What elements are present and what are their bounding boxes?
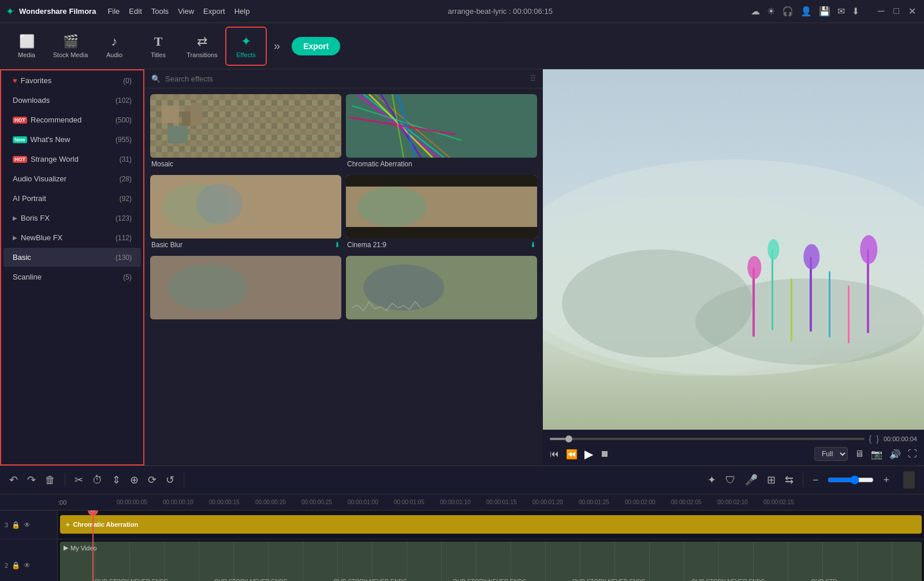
sidebar-item-audio-visualizer[interactable]: Audio Visualizer (28): [3, 169, 141, 188]
trim-button[interactable]: ⏱: [92, 474, 103, 486]
screen-icon[interactable]: 🖥: [855, 449, 864, 459]
ruler-mark: 00:00:01:15: [485, 499, 531, 505]
menu-edit[interactable]: Edit: [129, 7, 141, 16]
close-button[interactable]: ✕: [906, 6, 918, 17]
toolbar-stock-media[interactable]: 🎬 Stock Media: [50, 27, 91, 66]
step-back-button[interactable]: ⏪: [566, 449, 578, 460]
download-icon-blur[interactable]: ⬇: [334, 241, 340, 249]
effect-item-basic-blur[interactable]: Basic Blur ⬇: [150, 175, 341, 251]
ruler-mark: 00:00:02:10: [716, 499, 762, 505]
toolbar-audio[interactable]: ♪ Audio: [94, 27, 135, 66]
effects-settings-icon[interactable]: ✦: [707, 474, 716, 486]
download-icon[interactable]: ⬇: [852, 6, 859, 17]
grid-view-icon[interactable]: ⠿: [530, 74, 536, 83]
sidebar-item-favorites[interactable]: ♥ Favorites (0): [3, 71, 141, 90]
timeline-tracks: 3 🔒 👁 + Chromatic Aberration 2 🔒 👁: [0, 511, 924, 581]
screenshot-icon[interactable]: 📷: [871, 449, 882, 460]
delete-button[interactable]: 🗑: [45, 474, 55, 486]
sidebar-item-scanline[interactable]: Scanline (5): [3, 267, 141, 286]
split-button[interactable]: ⇕: [112, 474, 121, 486]
svg-point-32: [363, 265, 444, 311]
menu-tools[interactable]: Tools: [151, 7, 169, 16]
skip-back-button[interactable]: ⏮: [550, 449, 559, 459]
toolbar-more[interactable]: »: [274, 39, 280, 53]
mask-icon[interactable]: 🛡: [725, 474, 736, 486]
app-logo: ✦: [6, 5, 14, 18]
loop-icon[interactable]: ⇆: [785, 474, 793, 486]
redo-button[interactable]: ↷: [27, 474, 36, 486]
eye-icon-2[interactable]: 👁: [24, 561, 31, 569]
ruler-mark: 00:00:02:00: [624, 499, 670, 505]
video-track-bar[interactable]: ▶ My Video OUR STORY NEVER ENDS OUR STOR…: [60, 542, 922, 581]
sidebar-item-basic[interactable]: Basic (130): [3, 248, 141, 267]
zoom-in-icon[interactable]: +: [883, 474, 889, 486]
svg-point-26: [357, 187, 427, 227]
ruler-mark: 00:00:00:10: [162, 499, 208, 505]
save-icon[interactable]: 💾: [819, 6, 830, 17]
ruler-mark: 00:00:01:00: [346, 499, 393, 505]
stop-button[interactable]: ⏹: [600, 449, 609, 459]
sidebar-item-boris-fx[interactable]: ▶ Boris FX (123): [3, 208, 141, 228]
user-icon[interactable]: 👤: [800, 6, 812, 17]
notification-icon[interactable]: ✉: [837, 6, 845, 17]
sidebar-item-ai-portrait[interactable]: AI Portrait (92): [3, 189, 141, 208]
progress-handle[interactable]: [565, 435, 572, 442]
transitions-icon: ⇄: [197, 34, 207, 49]
layout-icon[interactable]: ⊞: [767, 474, 776, 486]
volume-icon[interactable]: 🔊: [889, 449, 901, 460]
toolbar-transitions[interactable]: ⇄ Transitions: [181, 27, 223, 66]
zoom-out-icon[interactable]: −: [813, 474, 819, 486]
toolbar-titles[interactable]: T Titles: [137, 27, 179, 66]
menu-export[interactable]: Export: [203, 7, 225, 16]
export-button[interactable]: Export: [292, 37, 340, 55]
sidebar-item-downloads[interactable]: Downloads (102): [3, 91, 141, 110]
cloud-icon[interactable]: ☁: [751, 6, 760, 17]
sidebar-item-recommended[interactable]: HOT Recommended (500): [3, 110, 141, 129]
effect-track-bar[interactable]: + Chromatic Aberration: [60, 515, 922, 534]
effect-item-6[interactable]: [346, 256, 537, 324]
maximize-button[interactable]: □: [891, 6, 901, 17]
lyric-2: OUR STORY NEVER ENDS: [214, 579, 288, 581]
timeline-handle: [903, 471, 915, 489]
lock-icon-3[interactable]: 🔒: [12, 521, 20, 529]
crop-button[interactable]: ⊕: [130, 474, 139, 486]
sidebar-item-newblue-fx[interactable]: ▶ NewBlue FX (112): [3, 228, 141, 247]
fullscreen-icon[interactable]: ⛶: [908, 449, 917, 459]
toolbar-effects[interactable]: ✦ Effects: [225, 27, 267, 66]
download-icon-cinema[interactable]: ⬇: [530, 241, 536, 249]
hot-badge-strange-world: HOT: [13, 156, 27, 163]
ruler-mark: 00:00:00:25: [300, 499, 346, 505]
toolbar-transitions-label: Transitions: [187, 51, 217, 58]
undo-button[interactable]: ↶: [9, 474, 18, 486]
sidebar-item-whats-new[interactable]: New What's New (955): [3, 130, 141, 149]
menu-file[interactable]: File: [107, 7, 120, 16]
effect-label-6: [346, 319, 537, 324]
lock-icon-2[interactable]: 🔒: [12, 561, 20, 569]
cut-button[interactable]: ✂: [74, 474, 83, 486]
main-area: ♥ Favorites (0) Downloads (102) HOT Reco…: [0, 69, 924, 465]
sidebar-item-strange-world[interactable]: HOT Strange World (31): [3, 150, 141, 169]
toolbar-media[interactable]: ⬜ Media: [6, 27, 47, 66]
effect-item-mosaic[interactable]: Mosaic: [150, 94, 341, 170]
menu-view[interactable]: View: [178, 7, 194, 16]
effect-item-5[interactable]: [150, 256, 341, 324]
eye-icon-3[interactable]: 👁: [24, 521, 31, 529]
play-button[interactable]: ▶: [584, 447, 593, 461]
speed-button[interactable]: ↺: [166, 474, 174, 486]
search-input[interactable]: [165, 75, 526, 83]
progress-bar[interactable]: [550, 438, 865, 440]
media-icon: ⬜: [19, 34, 35, 49]
rotate-button[interactable]: ⟳: [148, 474, 157, 486]
edit-toolbar: ↶ ↷ 🗑 ✂ ⏱ ⇕ ⊕ ⟳ ↺ ✦ 🛡 🎤 ⊞ ⇆ − +: [0, 465, 924, 494]
quality-select[interactable]: Full 1/2 1/4: [814, 447, 848, 461]
effect-item-cinema[interactable]: Cinema 21:9 ⬇: [346, 175, 537, 251]
sun-icon[interactable]: ☀: [767, 6, 775, 17]
zoom-slider[interactable]: [828, 475, 874, 485]
audio-settings-icon[interactable]: 🎤: [745, 474, 758, 486]
minimize-button[interactable]: ─: [875, 6, 886, 17]
effect-item-chromatic[interactable]: Chromatic Aberration: [346, 94, 537, 170]
svg-rect-28: [346, 227, 537, 239]
menu-help[interactable]: Help: [234, 7, 250, 16]
stock-media-icon: 🎬: [63, 34, 79, 49]
headset-icon[interactable]: 🎧: [782, 6, 793, 17]
